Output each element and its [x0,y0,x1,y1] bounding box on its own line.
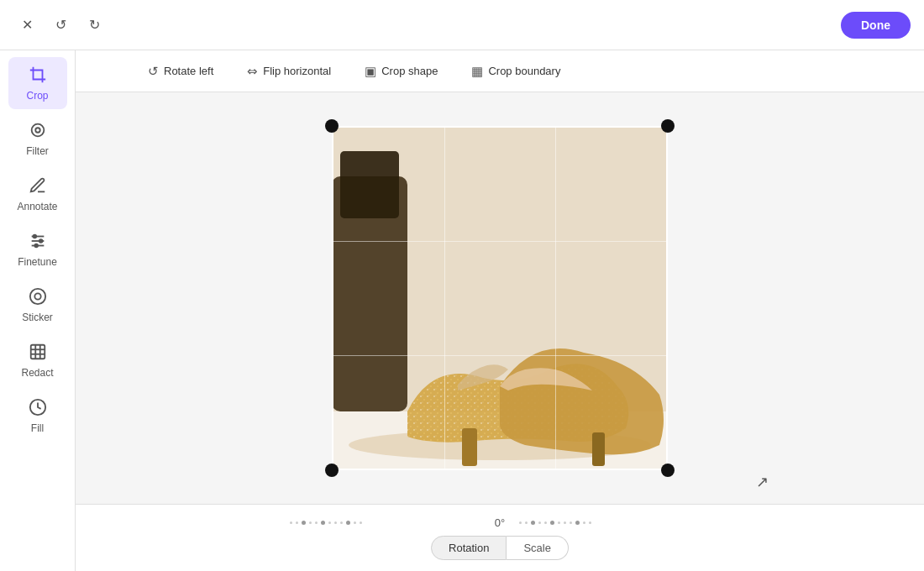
dot [558,521,560,524]
rotation-slider-row: 0° [290,516,710,529]
crop-shape-button[interactable]: ▣ Crop shape [360,60,443,82]
svg-point-7 [34,244,38,247]
crop-handle-bottom-right[interactable] [661,464,675,477]
flip-horizontal-button[interactable]: ⇔ Flip horizontal [242,60,336,82]
svg-point-5 [33,234,36,238]
dot [302,521,306,525]
rotate-left-icon: ↺ [148,64,159,79]
rotation-value: 0° [487,516,512,529]
sidebar-crop-label: Crop [26,90,48,102]
crop-shape-label: Crop shape [381,65,438,77]
dot [334,521,337,524]
dot [589,521,591,524]
svg-point-8 [29,288,45,303]
sidebar-sticker-label: Sticker [22,312,53,323]
dot [340,521,343,524]
dot [525,521,528,524]
filter-icon [29,121,47,142]
dot [315,521,318,524]
dot [538,521,541,524]
redact-icon [29,343,47,364]
crop-icon [29,65,47,86]
top-bar: ✕ ↺ ↻ Done [0,0,924,50]
sidebar-item-crop[interactable]: Crop [8,57,67,109]
dot [550,521,554,525]
toolbar-row: ↺ Rotate left ⇔ Flip horizontal ▣ Crop s… [76,50,924,92]
sidebar: Crop Filter Annotate Finetune [0,50,76,571]
undo-button[interactable]: ↺ [47,12,74,39]
svg-point-6 [39,239,42,243]
dot [321,521,325,525]
crop-handle-bottom-left[interactable] [325,464,339,477]
svg-point-0 [31,123,44,136]
crop-shape-icon: ▣ [365,64,376,79]
dot [583,521,585,524]
rotate-left-button[interactable]: ↺ Rotate left [143,60,218,82]
crop-boundary-icon: ▦ [471,64,483,79]
sidebar-item-filter[interactable]: Filter [8,113,67,165]
shoe-background [332,126,668,470]
dot [309,521,312,524]
svg-point-1 [35,128,40,133]
dot [346,521,350,525]
sidebar-item-redact[interactable]: Redact [8,334,67,386]
flip-horizontal-icon: ⇔ [247,64,258,79]
top-bar-left: ✕ ↺ ↻ [13,12,108,39]
dot [290,521,292,524]
dot [575,521,580,525]
dot [570,521,572,524]
sidebar-finetune-label: Finetune [18,256,57,268]
tab-row: Rotation Scale [431,536,569,560]
sidebar-item-finetune[interactable]: Finetune [8,223,67,275]
svg-rect-10 [30,344,45,359]
done-button[interactable]: Done [841,12,911,39]
sidebar-item-fill[interactable]: Fill [8,390,67,442]
slider-dots-right [519,521,710,525]
scale-tab[interactable]: Scale [507,536,569,560]
flip-horizontal-label: Flip horizontal [263,65,331,77]
crop-handle-top-right[interactable] [661,119,675,133]
sticker-icon [29,287,47,308]
crop-handle-top-left[interactable] [325,119,339,133]
slider-dots-left [290,521,480,525]
rotate-left-label: Rotate left [164,65,213,77]
dot [328,521,331,524]
crop-boundary-label: Crop boundary [488,65,560,77]
fill-icon [29,398,47,419]
bottom-bar: 0° Rotation Scale [76,504,924,571]
dot [519,521,522,524]
dot [531,521,535,525]
dot [296,521,298,524]
dot [354,521,356,524]
sidebar-annotate-label: Annotate [17,201,57,212]
sidebar-redact-label: Redact [21,367,53,379]
sidebar-item-sticker[interactable]: Sticker [8,279,67,331]
sidebar-fill-label: Fill [31,422,44,434]
image-container[interactable] [332,126,668,470]
sidebar-item-annotate[interactable]: Annotate [8,168,67,220]
crop-boundary-button[interactable]: ▦ Crop boundary [466,60,565,82]
dot [564,521,566,524]
annotate-icon [29,176,47,197]
svg-point-9 [34,293,40,299]
canvas-area [76,92,924,504]
finetune-icon [29,232,47,253]
rotation-tab[interactable]: Rotation [431,536,507,560]
sidebar-filter-label: Filter [26,145,49,157]
crop-image [332,126,668,470]
dot [360,521,362,524]
redo-button[interactable]: ↻ [81,12,108,39]
dot [544,521,547,524]
close-button[interactable]: ✕ [13,12,40,39]
